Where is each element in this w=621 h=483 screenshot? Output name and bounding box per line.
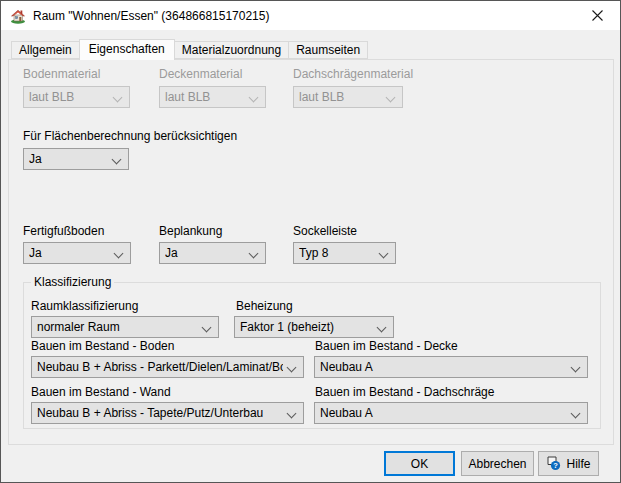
- bodenmaterial-label: Bodenmaterial: [23, 67, 100, 81]
- tab-strip: Allgemein Eigenschaften Materialzuordnun…: [11, 39, 367, 60]
- chevron-down-icon: [114, 249, 124, 259]
- flaechenberechnung-label: Für Flächenberechnung berücksichtigen: [23, 129, 237, 143]
- bestand-dachschraege-value: Neubau A: [320, 406, 567, 420]
- fertigfussboden-value: Ja: [29, 246, 110, 260]
- bestand-wand-select[interactable]: Neubau B + Abriss - Tapete/Putz/Unterbau: [31, 402, 304, 424]
- cancel-button-label: Abbrechen: [468, 457, 526, 471]
- room-properties-dialog: Raum "Wohnen/Essen" (364866815170215) Al…: [0, 0, 621, 483]
- bodenmaterial-select: laut BLB: [23, 86, 130, 108]
- flaechenberechnung-select[interactable]: Ja: [23, 148, 129, 170]
- raumklassifizierung-select[interactable]: normaler Raum: [31, 316, 219, 338]
- beplankung-select[interactable]: Ja: [159, 242, 266, 264]
- chevron-down-icon: [377, 323, 387, 333]
- klassifizierung-group-title: Klassifizierung: [31, 275, 114, 289]
- beheizung-label: Beheizung: [236, 299, 293, 313]
- tab-materialzuordnung[interactable]: Materialzuordnung: [174, 41, 289, 59]
- flaechenberechnung-value: Ja: [29, 152, 108, 166]
- sockelleiste-label: Sockelleiste: [293, 224, 357, 238]
- svg-text:?: ?: [554, 461, 559, 470]
- close-button[interactable]: [575, 1, 620, 30]
- bestand-boden-select[interactable]: Neubau B + Abriss - Parkett/Dielen/Lamin…: [31, 356, 304, 378]
- bestand-dachschraege-select[interactable]: Neubau A: [314, 402, 588, 424]
- chevron-down-icon: [113, 93, 123, 103]
- deckenmaterial-label: Deckenmaterial: [159, 67, 242, 81]
- chevron-down-icon: [112, 155, 122, 165]
- deckenmaterial-value: laut BLB: [165, 90, 245, 104]
- bestand-decke-select[interactable]: Neubau A: [314, 356, 588, 378]
- bestand-boden-value: Neubau B + Abriss - Parkett/Dielen/Lamin…: [37, 360, 283, 374]
- fertigfussboden-select[interactable]: Ja: [23, 242, 131, 264]
- window-title: Raum "Wohnen/Essen" (364866815170215): [33, 9, 269, 23]
- sockelleiste-value: Typ 8: [299, 246, 375, 260]
- tab-allgemein[interactable]: Allgemein: [11, 41, 80, 59]
- beplankung-label: Beplankung: [159, 224, 222, 238]
- chevron-down-icon: [249, 249, 259, 259]
- bestand-decke-value: Neubau A: [320, 360, 567, 374]
- tab-eigenschaften[interactable]: Eigenschaften: [79, 39, 175, 60]
- help-icon: ?: [546, 456, 561, 471]
- ok-button-label: OK: [411, 457, 428, 471]
- fertigfussboden-label: Fertigfußboden: [23, 224, 104, 238]
- raumklassifizierung-label: Raumklassifizierung: [31, 299, 138, 313]
- dachschraegenmaterial-select: laut BLB: [293, 86, 403, 108]
- bestand-wand-label: Bauen im Bestand - Wand: [31, 385, 171, 399]
- bodenmaterial-value: laut BLB: [29, 90, 109, 104]
- help-button-label: Hilfe: [566, 457, 590, 471]
- cancel-button[interactable]: Abbrechen: [461, 451, 534, 476]
- chevron-down-icon: [386, 93, 396, 103]
- bestand-dachschraege-label: Bauen im Bestand - Dachschräge: [315, 385, 494, 399]
- tab-raumseiten[interactable]: Raumseiten: [288, 41, 368, 59]
- title-bar: Raum "Wohnen/Essen" (364866815170215): [1, 1, 620, 30]
- bestand-wand-value: Neubau B + Abriss - Tapete/Putz/Unterbau: [37, 406, 283, 420]
- bestand-decke-label: Bauen im Bestand - Decke: [315, 339, 458, 353]
- deckenmaterial-select: laut BLB: [159, 86, 266, 108]
- chevron-down-icon: [571, 363, 581, 373]
- house-icon: [10, 8, 26, 24]
- beheizung-value: Faktor 1 (beheizt): [240, 320, 373, 334]
- dachschraegenmaterial-value: laut BLB: [299, 90, 382, 104]
- chevron-down-icon: [287, 363, 297, 373]
- chevron-down-icon: [287, 409, 297, 419]
- chevron-down-icon: [202, 323, 212, 333]
- dachschraegenmaterial-label: Dachschrägenmaterial: [293, 67, 413, 81]
- sockelleiste-select[interactable]: Typ 8: [293, 242, 396, 264]
- close-icon: [592, 10, 603, 21]
- chevron-down-icon: [571, 409, 581, 419]
- beplankung-value: Ja: [165, 246, 245, 260]
- ok-button[interactable]: OK: [384, 451, 455, 476]
- chevron-down-icon: [379, 249, 389, 259]
- beheizung-select[interactable]: Faktor 1 (beheizt): [234, 316, 394, 338]
- chevron-down-icon: [249, 93, 259, 103]
- help-button[interactable]: ? Hilfe: [538, 451, 599, 476]
- raumklassifizierung-value: normaler Raum: [37, 320, 198, 334]
- bestand-boden-label: Bauen im Bestand - Boden: [31, 339, 174, 353]
